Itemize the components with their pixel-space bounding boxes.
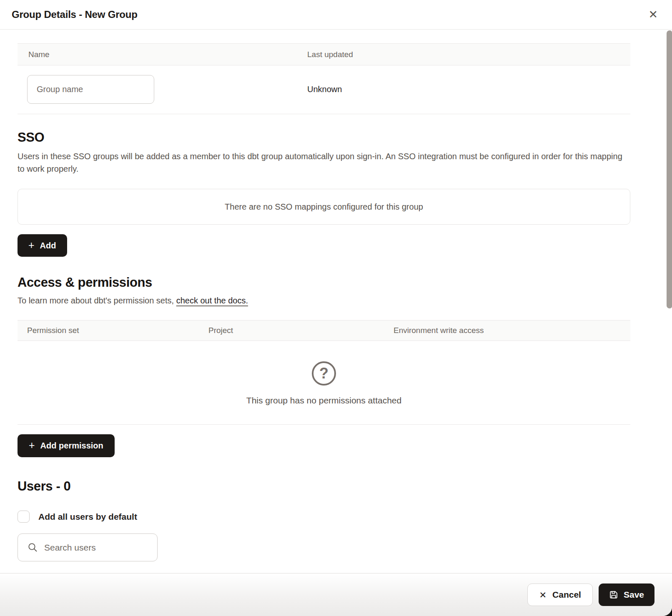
group-details-modal: Group Details - New Group ✕ Name Last up… xyxy=(0,0,672,616)
column-header-project: Project xyxy=(208,326,394,335)
column-header-environment-write-access: Environment write access xyxy=(394,326,630,335)
page-title: Group Details - New Group xyxy=(12,9,138,20)
column-header-permission-set: Permission set xyxy=(27,326,208,335)
add-permission-button[interactable]: + Add permission xyxy=(18,434,115,457)
add-sso-mapping-label: Add xyxy=(40,241,56,250)
sso-description: Users in these SSO groups will be added … xyxy=(18,150,629,175)
add-permission-label: Add permission xyxy=(40,441,103,451)
close-icon[interactable]: ✕ xyxy=(647,8,659,21)
column-header-name: Name xyxy=(28,50,307,59)
plus-icon: + xyxy=(28,240,35,250)
docs-link[interactable]: check out the docs. xyxy=(176,296,248,305)
permissions-empty-message: This group has no permissions attached xyxy=(18,396,630,406)
save-button[interactable]: Save xyxy=(599,583,654,606)
cancel-button[interactable]: ✕ Cancel xyxy=(527,583,592,606)
search-icon xyxy=(28,542,38,553)
search-users-input[interactable] xyxy=(44,543,150,553)
name-table-header: Name Last updated xyxy=(18,43,630,65)
save-label: Save xyxy=(624,590,644,600)
plus-icon: + xyxy=(29,440,35,451)
permissions-heading: Access & permissions xyxy=(18,275,630,290)
group-name-input[interactable] xyxy=(27,75,154,104)
modal-footer: ✕ Cancel Save xyxy=(0,573,672,616)
permissions-description: To learn more about dbt's permission set… xyxy=(18,296,630,305)
permissions-description-text: To learn more about dbt's permission set… xyxy=(18,296,176,305)
users-heading: Users - 0 xyxy=(18,479,630,494)
column-header-last-updated: Last updated xyxy=(307,50,630,59)
sso-heading: SSO xyxy=(18,130,630,145)
add-all-users-row: Add all users by default xyxy=(18,511,630,523)
question-mark-circle-icon: ? xyxy=(312,361,336,386)
last-updated-value: Unknown xyxy=(307,85,630,94)
sso-empty-state: There are no SSO mappings configured for… xyxy=(18,189,630,225)
modal-header: Group Details - New Group ✕ xyxy=(0,0,672,30)
search-users-box xyxy=(18,533,158,561)
modal-body: Name Last updated Unknown SSO Users in t… xyxy=(0,30,672,573)
sso-empty-message: There are no SSO mappings configured for… xyxy=(225,202,423,212)
add-sso-mapping-button[interactable]: + Add xyxy=(18,234,67,257)
table-row: Unknown xyxy=(18,65,630,114)
save-icon xyxy=(609,590,618,599)
scrollbar-thumb[interactable] xyxy=(667,30,672,308)
add-all-users-label: Add all users by default xyxy=(38,512,137,522)
x-icon: ✕ xyxy=(539,591,547,599)
permissions-empty-state: ? This group has no permissions attached xyxy=(18,341,630,425)
cancel-label: Cancel xyxy=(552,590,581,600)
permissions-table-header: Permission set Project Environment write… xyxy=(18,320,630,341)
add-all-users-checkbox[interactable] xyxy=(18,511,30,523)
